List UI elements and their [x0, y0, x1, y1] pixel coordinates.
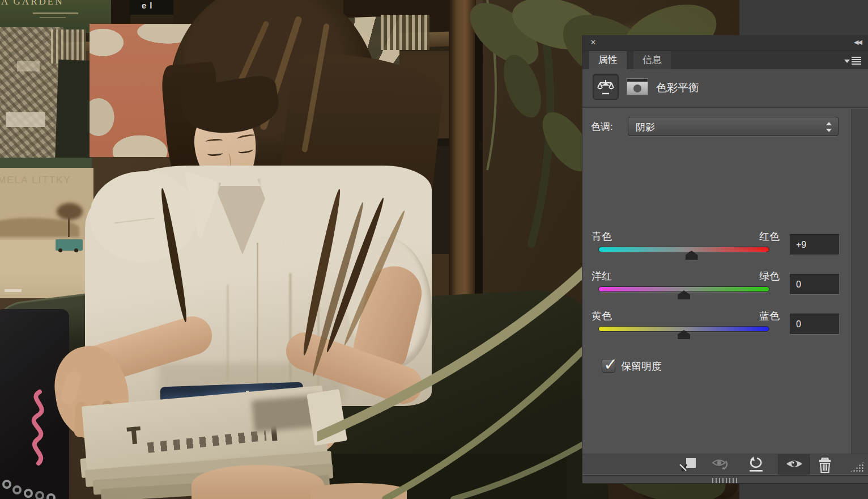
- tone-label: 色调:: [591, 120, 613, 133]
- magenta-green-slider-track[interactable]: [598, 286, 769, 292]
- cyan-red-slider-thumb[interactable]: [686, 251, 698, 260]
- cyan-red-value-field[interactable]: +9: [790, 234, 840, 255]
- previous-state-eye-icon: [710, 456, 731, 472]
- panel-drag-handle-icon[interactable]: [712, 478, 738, 483]
- blind-stripes: [51, 29, 86, 64]
- collar-right: [257, 165, 303, 246]
- yellow-blue-slider: 黄色 蓝色: [582, 309, 786, 344]
- adjustment-title-row: 色彩平衡: [582, 69, 868, 108]
- desert-tree: [54, 203, 84, 236]
- panel-tab-bar: 属性 信息: [582, 51, 868, 69]
- trash-icon: [816, 456, 834, 473]
- cyan-red-slider-track[interactable]: [598, 247, 769, 252]
- properties-panel: × ◀◀ 属性 信息: [582, 35, 868, 483]
- magenta-green-value-field[interactable]: 0: [790, 274, 840, 295]
- panel-menu-icon[interactable]: [844, 57, 861, 65]
- close-icon[interactable]: ×: [588, 37, 598, 48]
- spine-el-book: el: [129, 0, 173, 15]
- yellow-blue-slider-thumb[interactable]: [678, 330, 690, 339]
- photobook-credit-text: MELA LITTKY: [0, 175, 71, 186]
- tab-properties[interactable]: 属性: [589, 51, 627, 69]
- blue-label: 蓝色: [759, 309, 780, 323]
- tab-info[interactable]: 信息: [633, 51, 671, 69]
- view-previous-state-button[interactable]: [710, 456, 730, 472]
- clip-to-layer-icon: [679, 456, 698, 472]
- layer-mask-thumbnail[interactable]: [627, 78, 648, 95]
- cyan-red-slider: 青色 红色: [582, 230, 786, 265]
- clip-to-layer-button[interactable]: [679, 456, 698, 472]
- color-balance-adjustment-button[interactable]: [593, 74, 619, 100]
- yellow-blue-slider-track[interactable]: [598, 326, 769, 332]
- spine-el-text: el: [142, 1, 156, 10]
- yellow-label: 黄色: [592, 309, 612, 323]
- collapse-to-icons-icon[interactable]: ◀◀: [854, 39, 861, 46]
- reset-button[interactable]: [747, 456, 766, 472]
- photobook-page: MELA LITTKY: [0, 168, 93, 298]
- mask-circle-icon: [633, 84, 641, 92]
- delete-adjustment-button[interactable]: [816, 456, 835, 472]
- select-spinner-icon: [826, 122, 832, 132]
- scrollbar-track[interactable]: [851, 109, 868, 454]
- magenta-label: 洋红: [592, 269, 612, 283]
- check-icon: ✓: [603, 354, 618, 374]
- teal-bus: [56, 239, 83, 251]
- toggle-visibility-button[interactable]: [785, 456, 804, 472]
- visibility-button-recess: [778, 454, 810, 475]
- tone-select-value: 阴影: [636, 121, 655, 134]
- adjustment-title: 色彩平衡: [656, 81, 699, 95]
- panel-body: 色调: 阴影 青色 红色 +9 洋红 绿色 0: [582, 109, 868, 454]
- panel-footer-toolbar: [582, 454, 868, 474]
- panel-header: × ◀◀: [582, 35, 868, 51]
- eye-icon: [785, 456, 804, 472]
- magenta-green-slider-thumb[interactable]: [678, 290, 690, 299]
- balance-scale-icon: [596, 77, 615, 96]
- cyan-label: 青色: [592, 230, 612, 243]
- panel-bottom-bar: [582, 475, 868, 483]
- panel-resize-grip[interactable]: [850, 461, 865, 472]
- green-label: 绿色: [759, 269, 780, 283]
- tone-select[interactable]: 阴影: [628, 117, 839, 136]
- yellow-blue-value-field[interactable]: 0: [790, 314, 840, 335]
- reset-icon: [747, 456, 766, 472]
- magenta-green-slider: 洋红 绿色: [582, 269, 786, 305]
- photoshop-workspace: A GARDEN el 1971: [0, 0, 868, 499]
- preserve-luminosity-checkbox[interactable]: ✓: [602, 359, 615, 373]
- red-label: 红色: [759, 230, 780, 243]
- preserve-luminosity-label: 保留明度: [621, 360, 662, 373]
- bag-chain: [0, 465, 62, 499]
- garden-poster-title: A GARDEN: [1, 0, 63, 7]
